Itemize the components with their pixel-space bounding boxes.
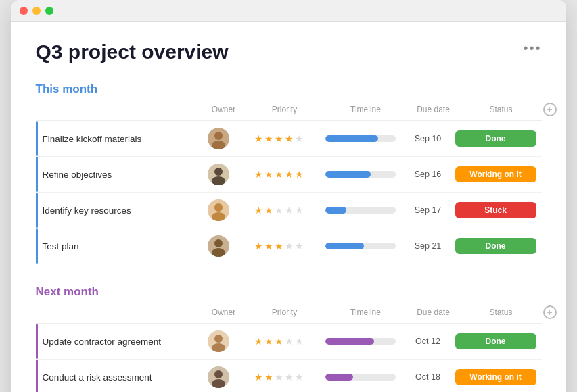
col-priority: Priority [244, 308, 325, 317]
timeline-bar [325, 171, 396, 178]
star: ★ [285, 169, 294, 180]
add-column-button[interactable]: + [543, 305, 557, 319]
star: ★ [254, 336, 263, 347]
maximize-dot[interactable] [45, 7, 53, 15]
due-date: Sep 21 [401, 241, 455, 251]
star: ★ [254, 169, 263, 180]
avatar [208, 235, 229, 257]
task-row: Refine objectives ★ ★ ★ ★ ★ [36, 157, 542, 193]
star: ★ [264, 336, 273, 347]
star: ★ [275, 241, 283, 251]
priority-stars: ★ ★ ★ ★ ★ [239, 169, 320, 180]
priority-stars: ★ ★ ★ ★ ★ [239, 205, 320, 216]
star: ★ [264, 169, 273, 180]
priority-stars: ★ ★ ★ ★ ★ [239, 336, 320, 347]
status-badge: Stuck [455, 202, 536, 218]
avatar [208, 330, 229, 352]
col-duedate: Due date [407, 105, 461, 114]
timeline-bar [325, 374, 396, 381]
star: ★ [285, 133, 294, 144]
col-owner: Owner [204, 308, 244, 317]
star: ★ [275, 133, 283, 144]
status-badge: Working on it [455, 369, 536, 385]
timeline-bar [325, 243, 396, 249]
task-name: Test plan [36, 241, 198, 251]
star: ★ [295, 169, 304, 180]
star: ★ [275, 372, 283, 383]
status-badge: Working on it [455, 166, 536, 182]
task-name: Finalize kickoff materials [36, 134, 198, 144]
task-row: Identify key resources ★ ★ ★ ★ ★ [36, 193, 542, 228]
avatar [208, 164, 229, 185]
star: ★ [264, 205, 273, 216]
section-this-month: This month Owner Priority Timeline Due d… [36, 82, 542, 264]
svg-point-13 [214, 335, 223, 343]
star: ★ [295, 205, 304, 216]
section-title-next-month: Next month [36, 285, 542, 299]
timeline-bar [325, 207, 396, 214]
star: ★ [264, 241, 273, 251]
star: ★ [264, 372, 273, 383]
priority-stars: ★ ★ ★ ★ ★ [239, 372, 320, 383]
star: ★ [285, 205, 294, 216]
star: ★ [264, 133, 273, 144]
task-row: Test plan ★ ★ ★ ★ ★ [36, 228, 542, 264]
next-month-header: Owner Priority Timeline Due date Status … [36, 305, 542, 324]
col-timeline: Timeline [325, 308, 407, 317]
due-date: Sep 16 [401, 170, 455, 179]
svg-point-10 [214, 239, 223, 247]
col-priority: Priority [244, 105, 325, 114]
col-timeline: Timeline [325, 105, 407, 114]
status-badge: Done [455, 130, 536, 147]
status-badge: Done [455, 238, 536, 254]
star: ★ [254, 133, 263, 144]
star: ★ [285, 372, 294, 383]
star: ★ [275, 169, 283, 180]
due-date: Sep 17 [401, 205, 455, 215]
close-dot[interactable] [20, 7, 28, 15]
minimize-dot[interactable] [32, 7, 41, 15]
section-title-this-month: This month [36, 82, 542, 96]
col-status: Status [461, 308, 542, 317]
priority-stars: ★ ★ ★ ★ ★ [239, 133, 320, 144]
svg-point-16 [214, 370, 223, 378]
star: ★ [275, 205, 283, 216]
avatar [208, 128, 229, 149]
page-header: Q3 project overview ••• [36, 41, 542, 64]
task-name: Refine objectives [36, 170, 198, 180]
add-column-button[interactable]: + [543, 103, 557, 116]
star: ★ [295, 336, 304, 347]
status-badge: Done [455, 333, 536, 349]
svg-point-1 [214, 132, 223, 140]
priority-stars: ★ ★ ★ ★ ★ [239, 241, 320, 251]
star: ★ [285, 241, 294, 251]
main-content: Q3 project overview ••• This month Owner… [11, 22, 566, 392]
due-date: Sep 10 [401, 134, 455, 143]
col-add: + [542, 103, 558, 116]
timeline-fill [325, 135, 378, 142]
avatar [208, 366, 229, 388]
col-add: + [542, 305, 558, 319]
timeline-fill [325, 207, 346, 214]
task-row: Conduct a risk assessment ★ ★ ★ ★ ★ [36, 360, 542, 392]
star: ★ [295, 133, 304, 144]
task-row: Update contractor agreement ★ ★ ★ ★ ★ [36, 324, 542, 360]
titlebar [11, 0, 566, 22]
more-button[interactable]: ••• [523, 41, 541, 56]
star: ★ [285, 336, 294, 347]
app-window: Q3 project overview ••• This month Owner… [11, 0, 566, 392]
page-title: Q3 project overview [36, 41, 229, 64]
timeline-bar [325, 135, 396, 142]
svg-point-7 [214, 203, 223, 212]
timeline-fill [325, 171, 371, 178]
timeline-fill [325, 243, 364, 249]
star: ★ [254, 205, 263, 216]
timeline-fill [325, 338, 375, 345]
task-name: Identify key resources [36, 205, 198, 216]
star: ★ [295, 241, 304, 251]
task-row: Finalize kickoff materials ★ ★ ★ ★ ★ [36, 121, 542, 157]
avatar [208, 199, 229, 221]
col-duedate: Due date [407, 308, 461, 317]
svg-point-4 [214, 168, 223, 176]
star: ★ [254, 241, 263, 251]
